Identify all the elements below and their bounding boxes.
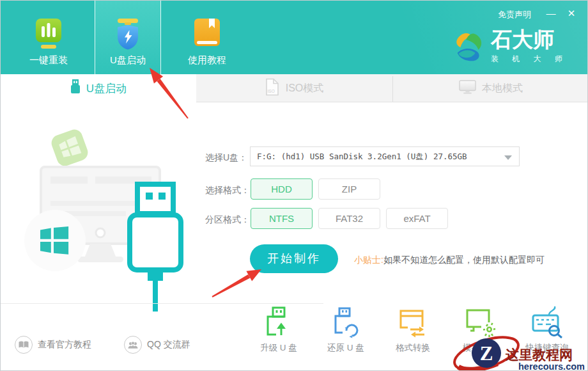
bar-chart-icon (33, 16, 64, 52)
tab-label: 一键重装 (29, 54, 68, 67)
tool-restore-usb[interactable]: 还原 U 盘 (317, 305, 375, 354)
qq-group-link[interactable]: QQ 交流群 (124, 336, 190, 354)
watermark-site-name: 这里教程网 (505, 347, 573, 362)
brand-name: 石大师 (491, 28, 568, 52)
partition-option-fat32[interactable]: FAT32 (318, 208, 380, 229)
close-button[interactable]: ✕ (564, 6, 578, 20)
mode-tab-iso[interactable]: ISO ISO模式 (196, 74, 392, 102)
tool-label: 还原 U 盘 (317, 342, 375, 354)
tip-prefix: 小贴士: (354, 255, 383, 265)
watermark-domain: herecours.com (518, 361, 585, 371)
tab-tutorial[interactable]: 使用教程 (174, 1, 240, 74)
tab-usb-boot[interactable]: U盘启动 (95, 1, 161, 74)
usb-drive-icon (70, 79, 81, 97)
arrow-to-start-button (212, 269, 262, 297)
iso-icon-text: ISO (267, 89, 274, 93)
footer-link-label: 查看官方教程 (38, 339, 91, 351)
tab-label: U盘启动 (110, 54, 146, 67)
tab-label: 使用教程 (188, 54, 226, 67)
watermark-letter: Z (480, 342, 493, 365)
partition-label: 分区格式： (205, 214, 250, 226)
mode-tab-local[interactable]: 本地模式 (393, 74, 588, 102)
watermark: Z 这里教程网 herecours.com (442, 332, 588, 371)
tab-one-click-reinstall[interactable]: 一键重装 (15, 1, 82, 74)
tool-label: 升级 U 盘 (250, 342, 307, 354)
format-option-hdd[interactable]: HDD (251, 178, 313, 200)
brand-swirl-icon (450, 28, 487, 68)
app-window: 一键重装 U盘启动 (0, 0, 588, 371)
disclaimer-link[interactable]: 免责声明 (498, 9, 531, 20)
usb-select-value: F:G: (hd1) USB SanDisk 3.2Gen1 (U盘) 27.6… (251, 147, 519, 166)
monitor-icon (459, 80, 476, 97)
tool-label: 格式转换 (384, 342, 442, 354)
users-group-icon (124, 336, 142, 354)
usb-select-dropdown[interactable]: F:G: (hd1) USB SanDisk 3.2Gen1 (U盘) 27.6… (250, 146, 520, 166)
book-icon (192, 16, 222, 52)
mode-tab-label: U盘启动 (86, 81, 127, 96)
mode-tab-label: ISO模式 (286, 82, 324, 95)
tip-body: 如果不知道怎么配置，使用默认配置即可 (383, 255, 545, 265)
tip-text-row: 小贴士:如果不知道怎么配置，使用默认配置即可 (354, 255, 545, 266)
open-book-icon (15, 336, 33, 354)
footer-divider (1, 303, 323, 304)
green-windows-tile (49, 127, 90, 168)
iso-file-icon: ISO (265, 78, 280, 99)
restore-usb-icon (329, 329, 362, 340)
format-label: 选择格式： (205, 185, 250, 196)
tool-format-convert[interactable]: 格式转换 (384, 305, 442, 354)
tool-upgrade-usb[interactable]: 升级 U 盘 (250, 305, 307, 354)
format-option-zip[interactable]: ZIP (318, 178, 380, 200)
minimize-button[interactable]: — (544, 6, 558, 20)
official-tutorial-link[interactable]: 查看官方教程 (15, 336, 91, 354)
header-bar: 一键重装 U盘启动 (1, 1, 587, 74)
partition-option-exfat[interactable]: exFAT (386, 208, 448, 229)
brand-subtitle: 装 机 大 师 (491, 54, 568, 65)
shield-lightning-icon (112, 16, 143, 52)
start-make-button[interactable]: 开始制作 (250, 244, 338, 273)
mode-tab-label: 本地模式 (482, 82, 523, 95)
upgrade-usb-icon (262, 329, 295, 340)
mode-tab-usb-boot[interactable]: U盘启动 (1, 74, 196, 102)
format-convert-icon (396, 329, 429, 340)
usb-computer-illustration (20, 119, 199, 320)
partition-option-ntfs[interactable]: NTFS (251, 208, 313, 229)
footer-link-label: QQ 交流群 (147, 339, 190, 351)
chevron-down-icon (504, 155, 512, 160)
brand-logo: 石大师 装 机 大 师 (450, 28, 568, 68)
usb-select-label: 选择U盘： (205, 152, 247, 164)
